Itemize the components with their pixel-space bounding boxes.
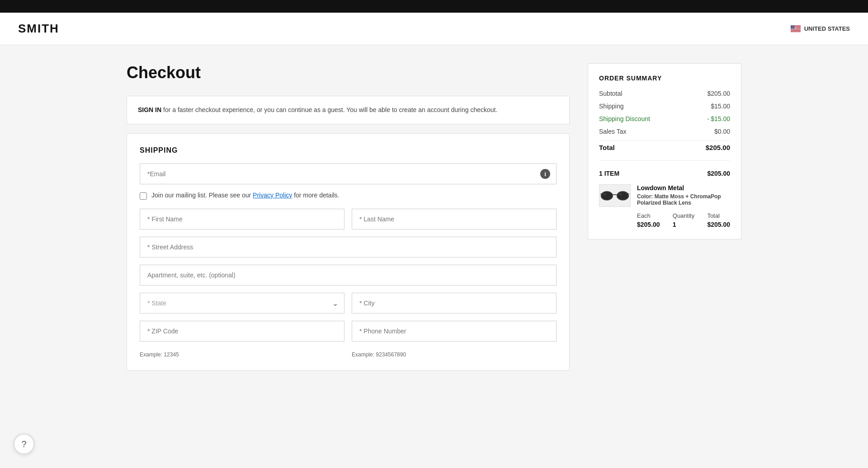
svg-rect-8 — [791, 29, 801, 30]
email-row: i — [140, 164, 557, 184]
signin-body-text: for a faster checkout experience, or you… — [161, 106, 497, 113]
svg-rect-7 — [791, 29, 801, 29]
zip-hint-col: Example: 12345 — [140, 349, 344, 358]
city-input[interactable] — [352, 293, 557, 314]
total-label: Total — [599, 144, 615, 151]
order-summary-card: ORDER SUMMARY Subtotal $205.00 Shipping … — [588, 63, 741, 239]
svg-point-19 — [601, 192, 613, 200]
apt-input[interactable] — [140, 265, 557, 285]
phone-field — [352, 321, 557, 342]
street-address-row — [140, 237, 557, 257]
sales-tax-row: Sales Tax $0.00 — [599, 128, 730, 135]
svg-line-22 — [628, 194, 629, 195]
street-address-input[interactable] — [140, 237, 557, 257]
svg-point-23 — [603, 193, 606, 196]
zip-input[interactable] — [140, 321, 344, 342]
svg-point-24 — [619, 193, 622, 196]
shipping-discount-label: Shipping Discount — [599, 115, 650, 122]
signin-banner: SIGN IN for a faster checkout experience… — [127, 96, 570, 124]
svg-rect-10 — [791, 31, 801, 31]
shipping-discount-value: - $15.00 — [707, 115, 730, 122]
email-field-wrapper: i — [140, 164, 557, 184]
email-input[interactable] — [140, 164, 557, 184]
svg-rect-12 — [791, 32, 801, 32]
item-total-value: $205.00 — [707, 221, 730, 228]
page-title: Checkout — [127, 63, 570, 82]
first-name-field — [140, 209, 344, 229]
item-name: Lowdown Metal — [637, 184, 730, 192]
zip-field — [140, 321, 344, 342]
first-name-input[interactable] — [140, 209, 344, 229]
items-count: 1 ITEM — [599, 170, 619, 177]
top-bar — [0, 0, 868, 13]
info-icon[interactable]: i — [540, 169, 550, 179]
header: SMITH ★★★★★★ ★★★★★ ★★★★★★ ★★★★★ — [0, 13, 868, 45]
main-column: Checkout SIGN IN for a faster checkout e… — [127, 63, 570, 371]
total-row: Total $205.00 — [599, 140, 730, 151]
apt-field — [140, 265, 557, 285]
phone-hint: Example: 9234567890 — [352, 351, 557, 358]
shipping-discount-row: Shipping Discount - $15.00 — [599, 115, 730, 122]
total-value: $205.00 — [706, 144, 730, 151]
hints-row: Example: 12345 Example: 9234567890 — [140, 349, 557, 358]
state-select[interactable]: * State — [140, 293, 344, 314]
street-address-field — [140, 237, 557, 257]
phone-input[interactable] — [352, 321, 557, 342]
subtotal-row: Subtotal $205.00 — [599, 90, 730, 97]
shipping-label: Shipping — [599, 103, 624, 110]
svg-rect-9 — [791, 30, 801, 30]
item-total-label: Total — [707, 212, 730, 219]
item-details: Lowdown Metal Color: Matte Moss + Chroma… — [637, 184, 730, 228]
mailing-list-row: Join our mailing list. Please see our Pr… — [140, 192, 557, 200]
quantity-label: Quantity — [673, 212, 694, 219]
subtotal-label: Subtotal — [599, 90, 622, 97]
sunglasses-icon — [600, 189, 629, 202]
svg-rect-11 — [791, 31, 801, 32]
quantity-col: Quantity 1 — [673, 212, 694, 228]
city-field — [352, 293, 557, 314]
items-header: 1 ITEM $205.00 — [599, 170, 730, 177]
subtotal-value: $205.00 — [707, 90, 730, 97]
page-content: Checkout SIGN IN for a faster checkout e… — [108, 45, 760, 389]
apt-row — [140, 265, 557, 285]
item-color: Color: Matte Moss + ChromaPop Polarized … — [637, 193, 730, 206]
country-name: UNITED STATES — [804, 25, 850, 32]
svg-point-20 — [617, 192, 629, 200]
mailing-list-checkbox[interactable] — [140, 192, 147, 200]
state-field: * State ⌄ — [140, 293, 344, 314]
zip-phone-row — [140, 321, 557, 342]
items-section: 1 ITEM $205.00 — [599, 160, 730, 228]
shipping-row: Shipping $15.00 — [599, 103, 730, 110]
svg-line-21 — [600, 194, 601, 195]
order-summary-title: ORDER SUMMARY — [599, 75, 730, 82]
each-label: Each — [637, 212, 660, 219]
item-pricing: Each $205.00 Quantity 1 Total $205.00 — [637, 212, 730, 228]
sales-tax-value: $0.00 — [714, 128, 730, 135]
each-col: Each $205.00 — [637, 212, 660, 228]
shipping-value: $15.00 — [711, 103, 730, 110]
signin-link[interactable]: SIGN IN — [138, 106, 161, 113]
name-row — [140, 209, 557, 229]
privacy-policy-link[interactable]: Privacy Policy — [253, 192, 292, 199]
item-image — [599, 184, 631, 207]
mailing-list-text: Join our mailing list. Please see our Pr… — [151, 192, 340, 199]
each-value: $205.00 — [637, 221, 660, 228]
items-total-value: $205.00 — [707, 170, 730, 177]
item-total-col: Total $205.00 — [707, 212, 730, 228]
color-label: Color: — [637, 193, 653, 200]
state-city-row: * State ⌄ — [140, 293, 557, 314]
zip-hint: Example: 12345 — [140, 351, 344, 358]
country-selector[interactable]: ★★★★★★ ★★★★★ ★★★★★★ ★★★★★ UNITED STATES — [791, 25, 850, 32]
phone-hint-col: Example: 9234567890 — [352, 349, 557, 358]
sales-tax-label: Sales Tax — [599, 128, 626, 135]
item-row: Lowdown Metal Color: Matte Moss + Chroma… — [599, 184, 730, 228]
last-name-field — [352, 209, 557, 229]
shipping-section: SHIPPING i Join our mailing list. Please… — [127, 133, 570, 371]
shipping-title: SHIPPING — [140, 146, 557, 154]
sidebar-column: ORDER SUMMARY Subtotal $205.00 Shipping … — [588, 63, 741, 371]
flag-icon: ★★★★★★ ★★★★★ ★★★★★★ ★★★★★ — [791, 25, 801, 32]
quantity-value: 1 — [673, 221, 694, 228]
last-name-input[interactable] — [352, 209, 557, 229]
logo: SMITH — [18, 22, 59, 36]
